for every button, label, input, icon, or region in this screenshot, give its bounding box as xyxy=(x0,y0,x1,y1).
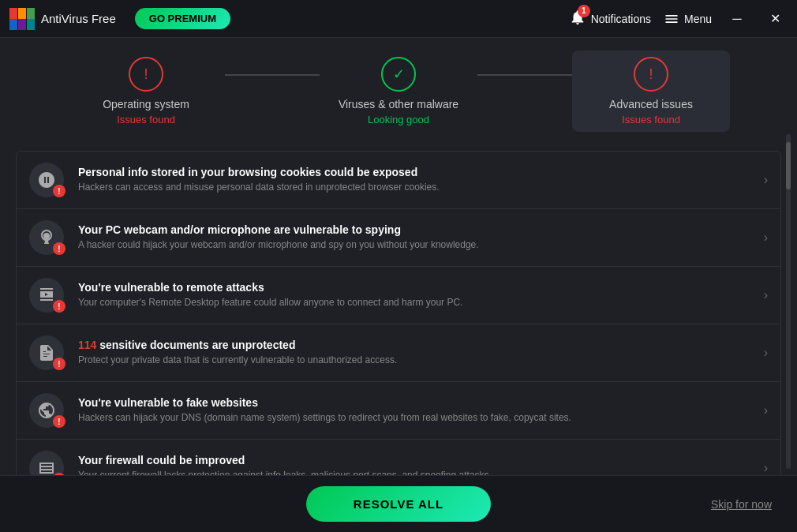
issue-5-title: You're vulnerable to fake websites xyxy=(78,396,754,409)
issue-1-icon-wrap: ! xyxy=(29,163,69,197)
resolve-all-button[interactable]: RESOLVE ALL xyxy=(306,486,491,522)
issue-6-chevron: › xyxy=(764,461,768,475)
issue-2-title: Your PC webcam and/or microphone are vul… xyxy=(78,223,754,236)
issue-3-badge: ! xyxy=(53,300,65,313)
issue-5-content: You're vulnerable to fake websites Hacke… xyxy=(69,396,764,425)
step-1-status: Issues found xyxy=(117,114,175,126)
issue-5-icon-wrap: ! xyxy=(29,393,69,428)
issue-4-badge: ! xyxy=(53,358,65,370)
step-3-title: Advanced issues xyxy=(609,98,693,111)
step-connector-1 xyxy=(225,74,320,76)
issue-4-highlight: 114 xyxy=(78,339,96,351)
step-advanced-issues[interactable]: ! Advanced issues Issues found xyxy=(572,51,730,132)
issue-1-chevron: › xyxy=(764,173,768,187)
issue-1-badge: ! xyxy=(53,185,65,197)
issue-5-badge: ! xyxy=(53,415,65,428)
issues-list: ! Personal info stored in your browsing … xyxy=(16,151,781,497)
close-button[interactable]: ✕ xyxy=(762,6,788,32)
step-1-title: Operating system xyxy=(103,98,189,111)
notifications-area[interactable]: 1 Notifications xyxy=(569,9,651,29)
minimize-button[interactable]: ─ xyxy=(724,6,750,32)
issue-5-chevron: › xyxy=(764,403,768,418)
issue-cookies[interactable]: ! Personal info stored in your browsing … xyxy=(17,152,780,209)
step-connector-2 xyxy=(477,74,572,76)
issue-4-chevron: › xyxy=(764,346,768,360)
issue-3-desc: Your computer's Remote Desktop feature c… xyxy=(78,296,754,309)
issue-fake-websites[interactable]: ! You're vulnerable to fake websites Hac… xyxy=(17,382,780,440)
step-2-title: Viruses & other malware xyxy=(339,98,458,111)
issue-remote-attacks[interactable]: ! You're vulnerable to remote attacks Yo… xyxy=(17,267,780,324)
step-2-status: Looking good xyxy=(368,114,429,126)
svg-rect-3 xyxy=(9,19,17,30)
issue-2-chevron: › xyxy=(764,230,768,245)
step-2-circle: ✓ xyxy=(381,57,416,92)
step-viruses-malware[interactable]: ✓ Viruses & other malware Looking good xyxy=(320,57,477,126)
svg-rect-2 xyxy=(27,8,35,19)
issue-2-icon-wrap: ! xyxy=(29,220,69,255)
issue-2-desc: A hacker could hijack your webcam and/or… xyxy=(78,238,754,252)
issue-4-title: 114 sensitive documents are unprotected xyxy=(78,339,754,351)
issue-5-desc: Hackers can hijack your DNS (domain name… xyxy=(78,411,754,425)
globe-icon xyxy=(37,401,56,420)
svg-rect-1 xyxy=(18,8,26,19)
remote-icon xyxy=(37,286,56,305)
issue-4-icon-wrap: ! xyxy=(29,335,69,370)
logo-area: AntiVirus Free GO PREMIUM xyxy=(9,8,569,30)
issue-4-content: 114 sensitive documents are unprotected … xyxy=(69,339,764,367)
avg-logo-icon xyxy=(9,8,35,30)
steps-area: ! Operating system Issues found ✓ Viruse… xyxy=(0,38,797,144)
svg-point-6 xyxy=(43,233,50,239)
issue-6-title: Your firewall could be improved xyxy=(78,454,754,466)
notifications-label: Notifications xyxy=(591,13,651,25)
issue-3-chevron: › xyxy=(764,288,768,302)
svg-rect-4 xyxy=(18,19,26,30)
webcam-icon xyxy=(37,228,56,247)
issue-3-title: You're vulnerable to remote attacks xyxy=(78,281,754,294)
document-icon xyxy=(37,343,56,362)
issue-1-desc: Hackers can access and misuse personal d… xyxy=(78,181,754,194)
issue-1-content: Personal info stored in your browsing co… xyxy=(69,166,764,194)
svg-rect-0 xyxy=(9,8,17,19)
app-title: AntiVirus Free xyxy=(41,12,116,25)
menu-label: Menu xyxy=(684,13,712,25)
skip-for-now-link[interactable]: Skip for now xyxy=(711,498,772,511)
bottom-bar: RESOLVE ALL Skip for now xyxy=(0,475,797,532)
issue-2-content: Your PC webcam and/or microphone are vul… xyxy=(69,223,764,252)
menu-icon xyxy=(664,11,679,27)
menu-area[interactable]: Menu xyxy=(664,11,712,27)
svg-rect-5 xyxy=(27,19,35,30)
issue-1-title: Personal info stored in your browsing co… xyxy=(78,166,754,178)
step-operating-system[interactable]: ! Operating system Issues found xyxy=(67,57,225,126)
issue-webcam[interactable]: ! Your PC webcam and/or microphone are v… xyxy=(17,209,780,267)
notification-badge: 1 xyxy=(578,5,590,17)
cookie-icon xyxy=(37,170,56,189)
issue-2-badge: ! xyxy=(53,242,65,255)
title-right: 1 Notifications Menu ─ ✕ xyxy=(569,6,788,32)
issue-3-icon-wrap: ! xyxy=(29,278,69,313)
go-premium-button[interactable]: GO PREMIUM xyxy=(135,8,230,29)
issue-4-desc: Protect your private data that is curren… xyxy=(78,354,754,367)
title-bar: AntiVirus Free GO PREMIUM 1 Notification… xyxy=(0,0,797,38)
issue-3-content: You're vulnerable to remote attacks Your… xyxy=(69,281,764,309)
step-3-status: Issues found xyxy=(622,114,680,126)
bell-icon-wrap: 1 xyxy=(569,9,586,29)
step-1-circle: ! xyxy=(129,57,163,92)
step-3-circle: ! xyxy=(634,57,668,92)
issue-documents[interactable]: ! 114 sensitive documents are unprotecte… xyxy=(17,324,780,382)
scrollbar[interactable] xyxy=(786,134,791,469)
scrollbar-thumb[interactable] xyxy=(786,142,791,189)
